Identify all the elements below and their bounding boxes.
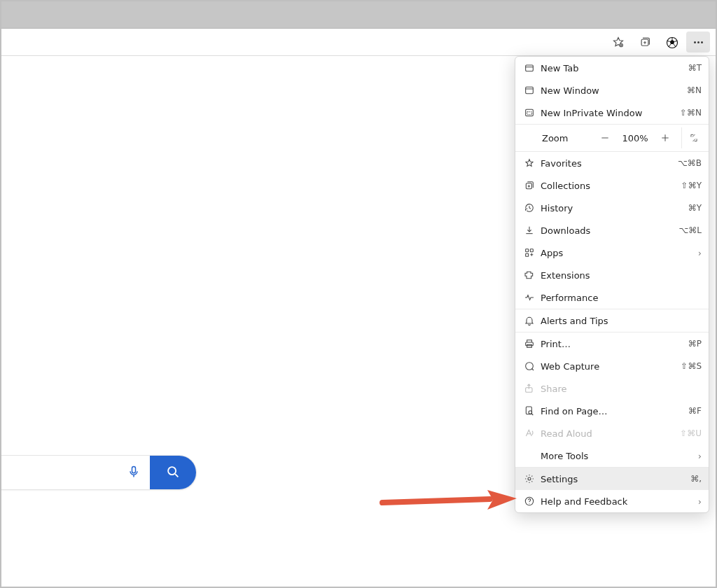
menu-item-share: Share <box>515 377 709 400</box>
new-window-icon <box>522 83 536 97</box>
inprivate-icon <box>522 106 536 120</box>
menu-label: New Tab <box>541 63 668 74</box>
chevron-right-icon: › <box>693 496 702 507</box>
gear-icon <box>522 472 536 486</box>
menu-item-web-capture[interactable]: Web Capture ⇧⌘S <box>515 355 709 377</box>
microphone-icon <box>127 465 141 481</box>
print-icon <box>522 337 536 351</box>
svg-rect-11 <box>526 253 529 256</box>
svg-marker-24 <box>487 490 517 510</box>
help-icon <box>522 494 536 508</box>
collections-icon <box>522 178 536 192</box>
favorites-icon <box>522 156 536 170</box>
svg-rect-5 <box>526 87 534 93</box>
menu-item-print[interactable]: Print… ⌘P <box>515 332 709 355</box>
apps-icon <box>522 246 536 260</box>
search-input[interactable] <box>1 456 118 489</box>
menu-shortcut: ⌘N <box>668 85 702 95</box>
svg-rect-21 <box>132 466 136 472</box>
collections-icon <box>639 36 651 48</box>
menu-label: Downloads <box>541 225 668 236</box>
menu-shortcut: ⇧⌘U <box>668 428 702 438</box>
profile-avatar-button[interactable] <box>660 31 683 52</box>
menu-item-help[interactable]: Help and Feedback › <box>515 490 709 512</box>
browser-toolbar <box>1 29 716 56</box>
bell-icon <box>522 314 536 328</box>
menu-shortcut: ⌘Y <box>668 203 702 213</box>
menu-label: Help and Feedback <box>541 496 693 507</box>
zoom-in-button[interactable] <box>653 127 677 148</box>
read-aloud-icon <box>522 426 536 440</box>
find-on-page-icon <box>522 404 536 418</box>
voice-search-button[interactable] <box>118 456 150 489</box>
menu-label: Performance <box>541 293 702 303</box>
menu-label: Alerts and Tips <box>541 316 702 326</box>
zoom-label: Zoom <box>542 133 568 144</box>
annotation-arrow <box>380 489 520 519</box>
search-icon <box>165 464 181 482</box>
favorite-star-button[interactable] <box>606 31 630 52</box>
menu-shortcut: ⌘F <box>668 406 702 416</box>
menu-label: Share <box>541 384 702 394</box>
menu-label: New InPrivate Window <box>541 108 668 118</box>
menu-item-alerts[interactable]: Alerts and Tips <box>515 309 709 332</box>
search-widget <box>1 455 197 490</box>
menu-item-performance[interactable]: Performance <box>515 286 709 309</box>
menu-item-downloads[interactable]: Downloads ⌥⌘L <box>515 219 709 241</box>
menu-shortcut: ⇧⌘S <box>668 361 702 371</box>
svg-rect-9 <box>526 249 529 252</box>
menu-item-settings[interactable]: Settings ⌘, <box>515 468 709 490</box>
svg-point-20 <box>529 503 529 503</box>
chevron-right-icon: › <box>693 451 702 461</box>
history-icon <box>522 201 536 215</box>
menu-item-collections[interactable]: Collections ⇧⌘Y <box>515 174 709 197</box>
menu-item-more-tools[interactable]: More Tools › <box>515 444 709 467</box>
svg-point-18 <box>528 477 531 480</box>
menu-item-zoom: Zoom 100% <box>515 125 709 151</box>
menu-label: Extensions <box>541 270 702 281</box>
menu-item-favorites[interactable]: Favorites ⌥⌘B <box>515 152 709 174</box>
menu-shortcut: ⇧⌘N <box>668 108 702 118</box>
soccer-ball-icon <box>665 36 678 48</box>
collections-button[interactable] <box>633 31 657 52</box>
menu-label: Print… <box>541 339 668 349</box>
downloads-icon <box>522 223 536 237</box>
menu-item-new-tab[interactable]: New Tab ⌘T <box>515 57 709 79</box>
new-tab-icon <box>522 61 536 75</box>
fullscreen-button[interactable] <box>681 127 706 148</box>
menu-shortcut: ⌘, <box>668 474 702 484</box>
svg-rect-6 <box>526 109 534 115</box>
svg-rect-13 <box>527 344 532 347</box>
menu-shortcut: ⌥⌘B <box>668 158 702 168</box>
menu-label: History <box>541 203 668 214</box>
more-menu-button[interactable] <box>686 31 710 52</box>
svg-line-23 <box>382 499 490 503</box>
share-icon <box>522 382 536 396</box>
menu-label: Apps <box>541 248 693 258</box>
favorite-star-icon <box>612 36 625 48</box>
settings-and-more-menu: New Tab ⌘T New Window ⌘N New InPrivate W… <box>515 56 709 513</box>
extensions-icon <box>522 268 536 282</box>
address-bar[interactable] <box>1 29 605 55</box>
menu-label: New Window <box>541 85 668 96</box>
window-titlebar <box>1 1 716 29</box>
menu-item-apps[interactable]: Apps › <box>515 241 709 264</box>
chevron-right-icon: › <box>693 248 702 258</box>
menu-shortcut: ⌘T <box>668 63 702 73</box>
menu-shortcut: ⌘P <box>668 339 702 349</box>
menu-item-new-inprivate[interactable]: New InPrivate Window ⇧⌘N <box>515 102 709 124</box>
zoom-out-button[interactable] <box>593 127 617 148</box>
menu-item-history[interactable]: History ⌘Y <box>515 197 709 219</box>
menu-item-read-aloud: Read Aloud ⇧⌘U <box>515 422 709 444</box>
menu-item-extensions[interactable]: Extensions <box>515 264 709 286</box>
menu-shortcut: ⌥⌘L <box>668 225 702 235</box>
menu-shortcut: ⇧⌘Y <box>668 181 702 190</box>
menu-label: Read Aloud <box>541 428 668 439</box>
menu-item-new-window[interactable]: New Window ⌘N <box>515 79 709 102</box>
menu-label: Favorites <box>541 158 668 169</box>
performance-icon <box>522 290 536 304</box>
menu-item-find[interactable]: Find on Page… ⌘F <box>515 400 709 422</box>
menu-label: More Tools <box>541 451 693 461</box>
search-button[interactable] <box>150 456 196 489</box>
more-dots-icon <box>692 36 704 48</box>
